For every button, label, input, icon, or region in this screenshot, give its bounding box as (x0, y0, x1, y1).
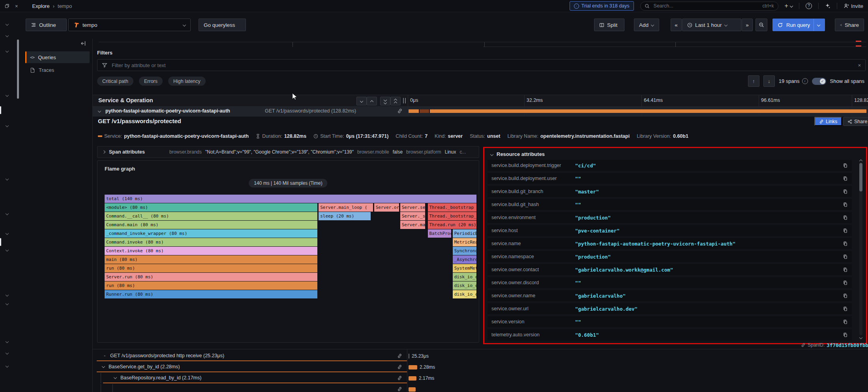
chevron-down-icon[interactable] (6, 232, 9, 235)
link-icon[interactable] (801, 343, 806, 347)
copy-icon[interactable] (843, 228, 848, 233)
flame-segment[interactable]: Server.or (374, 203, 399, 212)
copy-icon[interactable] (843, 267, 848, 272)
invite-button[interactable]: Invite (844, 3, 863, 9)
span-attributes-bar[interactable]: Span attributes browser.brands"Not;A=Bra… (97, 146, 479, 158)
flame-segment[interactable]: total (140 ms) (105, 195, 476, 203)
flame-segment[interactable]: Command.invoke (80 ms) (105, 238, 317, 246)
copy-icon[interactable] (843, 319, 848, 324)
flame-segment[interactable]: Server.se (400, 203, 425, 212)
copy-icon[interactable] (843, 306, 848, 311)
chevron-down-icon[interactable] (6, 340, 9, 343)
filter-input[interactable] (111, 62, 854, 69)
chevron-down-icon[interactable] (6, 351, 9, 354)
resource-attributes-header[interactable]: Resource attributes (491, 151, 545, 157)
child-span-row[interactable]: -GET /v1/passwords/protected http receiv… (93, 351, 868, 361)
child-span-row[interactable] (93, 384, 868, 392)
flame-segment[interactable]: Runner.run (80 ms) (105, 290, 317, 298)
filter-chip-errors[interactable]: Errors (139, 77, 163, 86)
zoom-out-button[interactable] (756, 19, 767, 31)
copy-icon[interactable] (843, 176, 848, 181)
chevron-down-icon[interactable] (102, 365, 105, 368)
global-search[interactable]: ctrl+k (640, 2, 778, 11)
expand-all-button[interactable] (390, 97, 401, 105)
breadcrumb-tempo[interactable]: tempo (58, 3, 72, 9)
copy-icon[interactable] (843, 280, 848, 285)
filter-chip-critical-path[interactable]: Critical path (97, 77, 133, 86)
copy-icon[interactable] (843, 215, 848, 220)
flame-segment[interactable]: run (80 ms) (105, 264, 317, 272)
flame-segment[interactable]: Thread.run (20 ms) (428, 221, 476, 229)
chevron-down-icon[interactable] (6, 34, 9, 37)
trial-badge[interactable]: ◦ Trial ends in 318 days (570, 1, 634, 11)
column-resize-handle[interactable] (403, 98, 406, 103)
flame-segment[interactable]: Command.__call__ (80 ms) (105, 212, 317, 220)
trace-root-row[interactable]: python-fastapi-automatic-poetry-uvicorn-… (93, 106, 868, 116)
flame-segment[interactable]: disk_io_c (453, 281, 476, 290)
chevron-down-icon[interactable] (6, 364, 9, 368)
link-icon[interactable] (397, 364, 402, 369)
trace-duration-bar[interactable] (409, 109, 866, 113)
breadcrumb-explore[interactable]: Explore (32, 3, 50, 9)
flame-segment[interactable]: _command_invoke_wrapper (80 ms) (105, 229, 317, 238)
flame-segment[interactable]: MetricRea (453, 238, 476, 246)
flame-segment[interactable]: disk_io_c (453, 273, 476, 281)
expand-one-button[interactable] (367, 97, 377, 105)
clear-icon[interactable]: × (858, 62, 861, 68)
link-icon[interactable] (397, 108, 403, 115)
flame-segment[interactable]: Server.run (80 ms) (105, 273, 317, 281)
flame-segment[interactable]: Thread._bootstrap_ (428, 212, 476, 220)
split-button[interactable]: Split (594, 19, 624, 31)
flame-segment[interactable]: main (80 ms) (105, 255, 317, 264)
collapse-one-button[interactable] (356, 97, 367, 105)
flame-segment[interactable]: Server._s (400, 212, 425, 220)
chevron-down-icon[interactable] (6, 124, 9, 127)
flame-segment[interactable]: BatchProc (428, 229, 451, 238)
window-restore-icon[interactable] (5, 4, 9, 8)
filter-bar[interactable]: × (97, 59, 866, 71)
copy-icon[interactable] (843, 254, 848, 259)
flame-segment[interactable]: PeriodicE (453, 229, 476, 238)
child-span-row[interactable]: BaseRepository.read_by_id (2.17ms)2.17ms (93, 373, 868, 383)
chevron-down-icon[interactable] (98, 109, 101, 113)
sidebar-item-traces[interactable]: Traces (25, 64, 90, 76)
chevron-down-icon[interactable] (6, 302, 9, 305)
copy-icon[interactable] (843, 241, 848, 246)
chevron-down-icon[interactable] (6, 23, 9, 26)
flame-segment[interactable]: SystemMet (453, 264, 476, 272)
flame-segment[interactable]: <module> (80 ms) (105, 203, 317, 212)
link-icon[interactable] (397, 386, 402, 392)
ai-sparkle-icon[interactable] (825, 3, 831, 9)
flame-segment[interactable]: Context.invoke (80 ms) (105, 247, 317, 255)
search-input[interactable] (653, 3, 759, 9)
link-icon[interactable] (397, 375, 402, 381)
datasource-picker[interactable]: tempo (68, 19, 191, 31)
caret-down-icon[interactable] (817, 23, 820, 26)
scroll-down-icon[interactable] (860, 334, 862, 340)
span-share-button[interactable]: Share (843, 117, 868, 126)
links-button[interactable]: Links (814, 117, 842, 126)
collapse-all-button[interactable] (380, 97, 390, 105)
time-shift-back-button[interactable]: « (671, 19, 682, 31)
flame-segment[interactable]: run (80 ms) (105, 281, 317, 290)
flame-segment[interactable]: Thread._bootstrap (428, 203, 476, 212)
outline-button[interactable]: Outline (26, 19, 67, 31)
chevron-down-icon[interactable] (6, 293, 9, 296)
close-icon[interactable]: × (15, 3, 18, 9)
copy-icon[interactable] (843, 293, 848, 298)
add-new-button[interactable]: + (785, 2, 793, 9)
scrollbar-thumb[interactable] (859, 163, 862, 191)
filter-chip-high-latency[interactable]: High latency (168, 77, 206, 86)
flame-segment[interactable]: sleep (20 ms) (319, 212, 371, 220)
copy-icon[interactable] (843, 332, 848, 338)
add-button[interactable]: Add (634, 19, 659, 31)
flame-segment[interactable]: Synchrono (453, 247, 476, 255)
show-all-spans-toggle[interactable]: ✓ (812, 78, 826, 85)
time-shift-forward-button[interactable]: » (742, 19, 753, 31)
flame-segment[interactable]: disk_io_c (453, 290, 476, 298)
go-queryless-button[interactable]: Go queryless (199, 19, 246, 31)
resource-scrollbar[interactable] (859, 158, 863, 340)
help-icon[interactable]: ? (806, 3, 812, 9)
chevron-down-icon[interactable] (6, 177, 9, 180)
chevron-down-icon[interactable] (6, 212, 9, 215)
